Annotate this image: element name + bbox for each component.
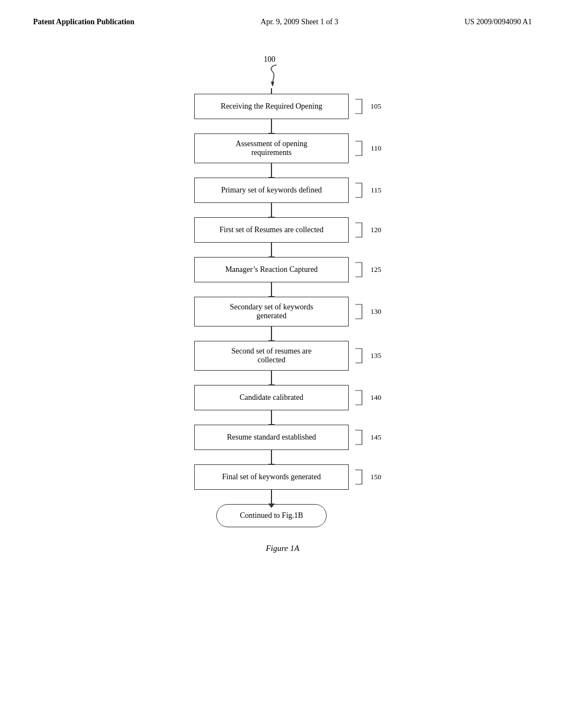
arrow-step7 xyxy=(271,371,272,385)
process-box-step6: Secondary set of keywordsgenerated 130 xyxy=(194,297,349,326)
step-label-step9: Resume standard established xyxy=(227,433,316,442)
ref-number-step2: 110 xyxy=(354,140,381,157)
process-box-step2: Assessment of openingrequirements 110 xyxy=(194,133,349,163)
ref-number-step1: 105 xyxy=(354,98,382,115)
arrow-step9 xyxy=(271,450,272,464)
ref-number-step6: 130 xyxy=(354,303,382,320)
step-label-step6: Secondary set of keywordsgenerated xyxy=(230,303,313,320)
header-center: Apr. 9, 2009 Sheet 1 of 3 xyxy=(260,18,338,26)
arrow-step5 xyxy=(271,282,272,297)
step-label-step2: Assessment of openingrequirements xyxy=(236,140,307,157)
start-area: 100 xyxy=(258,54,285,94)
ref-number-step9: 145 xyxy=(354,429,382,446)
figure-label: Figure 1A xyxy=(266,544,300,553)
arrow-step2 xyxy=(271,163,272,178)
header: Patent Application Publication Apr. 9, 2… xyxy=(0,0,565,38)
step-label-step10: Final set of keywords generated xyxy=(222,473,321,481)
header-left: Patent Application Publication xyxy=(33,18,135,26)
process-box-step8: Candidate calibrated 140 xyxy=(194,385,349,410)
ref-number-step8: 140 xyxy=(354,389,382,406)
arrow-step1 xyxy=(271,119,272,133)
flow-step-step9: Resume standard established 145 xyxy=(194,425,349,464)
flow-step-step6: Secondary set of keywordsgenerated 130 xyxy=(194,297,349,341)
svg-marker-0 xyxy=(271,82,274,86)
process-box-step7: Second set of resumes arecollected 135 xyxy=(194,341,349,371)
flow-step-step7: Second set of resumes arecollected 135 xyxy=(194,341,349,385)
step-label-step3: Primary set of keywords defined xyxy=(221,186,322,195)
arrow-step8 xyxy=(271,410,272,425)
step-label-step7: Second set of resumes arecollected xyxy=(231,347,311,365)
process-box-step3: Primary set of keywords defined 115 xyxy=(194,178,349,203)
arrow-step6 xyxy=(271,326,272,341)
process-box-step10: Final set of keywords generated 150 xyxy=(194,464,349,490)
flow-step-step10: Final set of keywords generated 150 xyxy=(194,464,349,504)
process-box-step5: Manager’s Reaction Captured 125 xyxy=(194,257,349,282)
step-label-step1: Receiving the Required Opening xyxy=(221,102,322,111)
ref-number-step10: 150 xyxy=(354,469,382,485)
process-box-step4: First set of Resumes are collected 120 xyxy=(194,217,349,243)
step-label-step8: Candidate calibrated xyxy=(239,393,303,402)
flow: 100 Receiving the Required Opening 105 A… xyxy=(194,54,349,527)
diagram-container: 100 Receiving the Required Opening 105 A… xyxy=(0,38,565,575)
header-right: US 2009/0094090 A1 xyxy=(465,18,532,26)
ref-number-step5: 125 xyxy=(354,261,382,278)
flow-step-step5: Manager’s Reaction Captured 125 xyxy=(194,257,349,297)
flow-step-step8: Candidate calibrated 140 xyxy=(194,385,349,425)
process-box-step1: Receiving the Required Opening 105 xyxy=(194,94,349,119)
start-ref-label: 100 xyxy=(264,54,275,64)
arrow-to-terminal xyxy=(271,490,272,504)
ref-number-step7: 135 xyxy=(354,347,382,364)
process-box-step9: Resume standard established 145 xyxy=(194,425,349,450)
flow-step-step2: Assessment of openingrequirements 110 xyxy=(194,133,349,178)
flow-step-step1: Receiving the Required Opening 105 xyxy=(194,94,349,133)
step-label-step5: Manager’s Reaction Captured xyxy=(225,265,318,274)
arrow-step4 xyxy=(271,243,272,257)
step-label-step4: First set of Resumes are collected xyxy=(220,226,324,234)
flow-step-step4: First set of Resumes are collected 120 xyxy=(194,217,349,257)
arrow-step3 xyxy=(271,203,272,217)
ref-number-step3: 115 xyxy=(354,182,381,199)
ref-number-step4: 120 xyxy=(354,222,382,238)
start-curl xyxy=(268,64,285,88)
flow-step-step3: Primary set of keywords defined 115 xyxy=(194,178,349,217)
